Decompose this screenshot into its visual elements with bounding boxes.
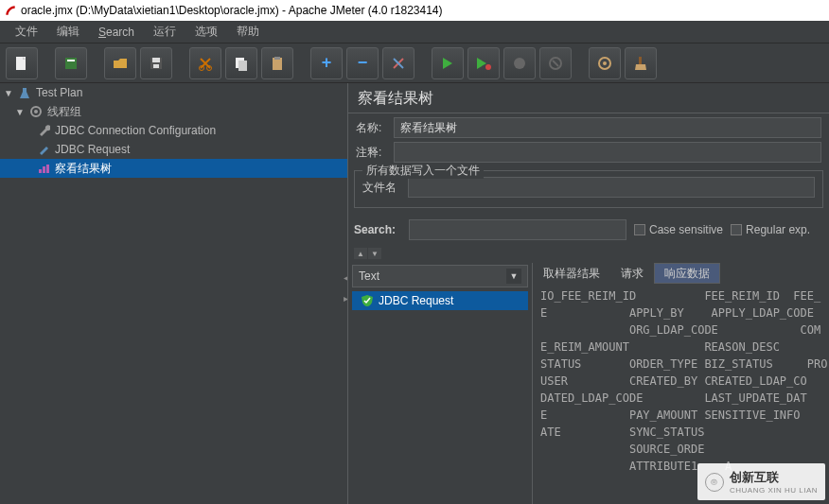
- clipboard-icon: [269, 55, 286, 72]
- render-dropdown[interactable]: Text ▼: [352, 265, 528, 287]
- svg-point-23: [603, 61, 607, 65]
- menu-file[interactable]: 文件: [6, 22, 47, 42]
- svg-rect-3: [67, 60, 75, 61]
- broom-gear-icon: [596, 55, 613, 72]
- filename-label: 文件名: [362, 180, 408, 196]
- regex-label: Regular exp.: [746, 223, 810, 236]
- pipette-icon: [36, 142, 51, 157]
- tree-node-view-results[interactable]: 察看结果树: [0, 159, 347, 178]
- title-bar: oracle.jmx (D:\MyData\xietian1\Desktop\o…: [0, 0, 829, 21]
- results-left: Text ▼ JDBC Request: [348, 263, 533, 504]
- play-icon: [441, 57, 454, 70]
- svg-rect-2: [65, 58, 77, 69]
- svg-rect-29: [39, 169, 42, 173]
- menu-options[interactable]: 选项: [185, 22, 227, 42]
- svg-marker-17: [477, 58, 486, 69]
- search-input[interactable]: [409, 219, 626, 240]
- tree-label: JDBC Request: [55, 143, 130, 156]
- tb-expand[interactable]: +: [310, 47, 343, 79]
- tab-response-data[interactable]: 响应数据: [654, 263, 720, 284]
- tab-sampler-result[interactable]: 取样器结果: [533, 263, 610, 284]
- caret-down-icon: ▼: [506, 269, 521, 284]
- tb-start[interactable]: [432, 47, 464, 79]
- tb-stop[interactable]: [503, 47, 536, 79]
- regex-checkbox[interactable]: Regular exp.: [731, 223, 810, 236]
- test-plan-tree[interactable]: ▼ Test Plan ▼ 线程组 JDBC Connection Config…: [0, 83, 348, 504]
- tb-shutdown[interactable]: [539, 47, 572, 79]
- menu-help[interactable]: 帮助: [227, 22, 269, 42]
- checkbox-icon: [731, 224, 742, 235]
- svg-rect-19: [514, 58, 525, 69]
- tree-label: Test Plan: [36, 86, 82, 99]
- tb-open[interactable]: [104, 47, 136, 79]
- watermark: ◎ 创新互联 CHUANG XIN HU LIAN: [697, 463, 825, 500]
- name-input[interactable]: [394, 117, 821, 138]
- tree-toggle-icon[interactable]: ▼: [4, 88, 13, 98]
- folder-open-icon: [112, 55, 129, 72]
- split-handle[interactable]: ◂ ▸: [341, 272, 348, 307]
- svg-line-21: [553, 61, 558, 66]
- svg-rect-13: [274, 57, 280, 60]
- prev-arrow[interactable]: ▲: [354, 248, 367, 259]
- dropdown-label: Text: [359, 269, 379, 283]
- copy-icon: [233, 55, 250, 72]
- svg-rect-7: [153, 64, 159, 68]
- svg-point-18: [485, 64, 491, 70]
- play-dot-icon: [475, 57, 492, 70]
- sample-label: JDBC Request: [379, 294, 453, 307]
- tb-copy[interactable]: [225, 47, 257, 79]
- menu-edit[interactable]: 编辑: [47, 22, 89, 42]
- tb-save[interactable]: [140, 47, 172, 79]
- svg-marker-16: [443, 58, 452, 69]
- menu-bar: 文件 编辑 Search 运行 选项 帮助: [0, 21, 829, 43]
- page-icon: [13, 55, 30, 72]
- svg-rect-6: [152, 58, 160, 62]
- svg-rect-11: [238, 61, 247, 71]
- minus-icon: −: [358, 53, 368, 73]
- tb-toggle[interactable]: [382, 47, 414, 79]
- tb-clear[interactable]: [589, 47, 621, 79]
- tb-clear-all[interactable]: [625, 47, 657, 79]
- tree-label: 察看结果树: [55, 161, 112, 177]
- sample-item[interactable]: JDBC Request: [352, 291, 528, 310]
- search-label: Search:: [354, 223, 401, 236]
- search-row: Search: Case sensitive Regular exp.: [348, 212, 829, 248]
- wand-icon: [390, 55, 407, 72]
- svg-rect-31: [46, 165, 49, 173]
- gear-icon: [28, 104, 44, 119]
- window-title: oracle.jmx (D:\MyData\xietian1\Desktop\o…: [21, 4, 443, 17]
- svg-rect-30: [43, 166, 45, 173]
- wrench-icon: [36, 123, 51, 138]
- filename-input[interactable]: [408, 177, 815, 198]
- write-all-fieldset: 所有数据写入一个文件 文件名: [354, 170, 823, 208]
- chart-icon: [36, 161, 51, 176]
- tb-templates[interactable]: [55, 47, 87, 79]
- tb-cut[interactable]: [189, 47, 221, 79]
- tb-paste[interactable]: [261, 47, 293, 79]
- save-icon: [148, 55, 165, 72]
- tb-collapse[interactable]: −: [346, 47, 379, 79]
- tab-request[interactable]: 请求: [610, 263, 654, 284]
- menu-search[interactable]: Search: [89, 24, 144, 41]
- main-area: ▼ Test Plan ▼ 线程组 JDBC Connection Config…: [0, 83, 829, 504]
- sample-tree[interactable]: JDBC Request: [348, 287, 532, 504]
- tree-node-jdbc-conn[interactable]: JDBC Connection Configuration: [0, 121, 347, 140]
- tree-node-test-plan[interactable]: ▼ Test Plan: [0, 83, 347, 102]
- case-sensitive-checkbox[interactable]: Case sensitive: [634, 223, 723, 236]
- tb-new[interactable]: [6, 47, 38, 79]
- tree-toggle-icon[interactable]: ▼: [15, 107, 25, 117]
- tree-node-thread-group[interactable]: ▼ 线程组: [0, 102, 347, 121]
- case-sensitive-label: Case sensitive: [649, 223, 723, 236]
- menu-run[interactable]: 运行: [144, 22, 185, 42]
- svg-rect-24: [639, 57, 642, 64]
- tb-start-no-timers[interactable]: [467, 47, 500, 79]
- nav-arrows: ▲ ▼: [348, 248, 829, 263]
- comment-input[interactable]: [394, 142, 821, 163]
- broom-icon: [632, 55, 649, 72]
- svg-marker-25: [635, 64, 646, 70]
- toolbar: + −: [0, 43, 829, 83]
- svg-marker-26: [20, 88, 29, 98]
- scissors-icon: [197, 55, 214, 72]
- next-arrow[interactable]: ▼: [368, 248, 381, 259]
- tree-node-jdbc-request[interactable]: JDBC Request: [0, 140, 347, 159]
